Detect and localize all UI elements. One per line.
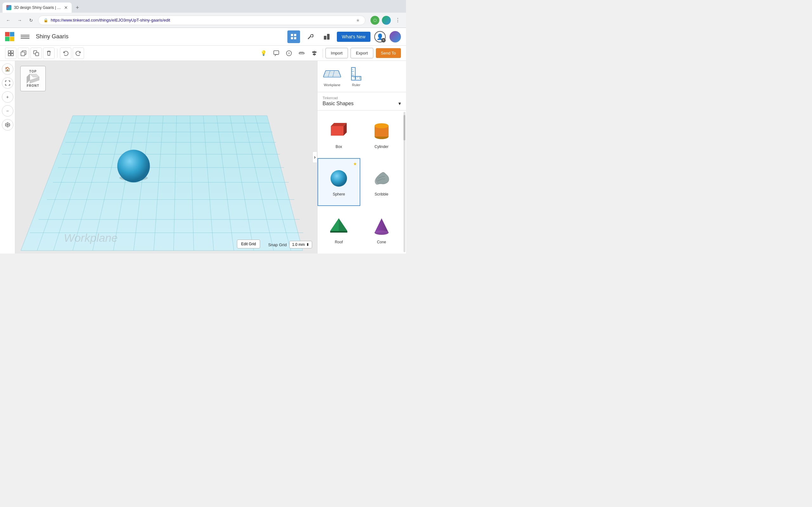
shape-grid: Box Cylinder [317, 111, 403, 253]
svg-rect-8 [8, 54, 10, 56]
left-sidebar: 🏠 + − [0, 61, 15, 253]
lightbulb-button[interactable]: 💡 [258, 48, 269, 59]
redo-button[interactable] [72, 48, 84, 59]
shape-scrollbar[interactable] [403, 111, 406, 253]
new-shape-icon [8, 50, 14, 56]
tab-title: 3D design Shiny Gaaris | Tinker... [14, 5, 61, 10]
svg-rect-18 [312, 52, 316, 53]
shape-roof[interactable]: Roof [317, 206, 360, 253]
profile-icon[interactable] [382, 16, 391, 25]
library-dropdown-button[interactable]: ▾ [398, 101, 401, 107]
refresh-button[interactable]: ↻ [27, 16, 36, 25]
svg-rect-2 [291, 37, 293, 39]
svg-rect-0 [291, 34, 293, 36]
menu-dots-icon[interactable]: ⋮ [393, 16, 402, 25]
panel-expand-button[interactable]: › [312, 152, 317, 163]
sphere-favorite-star[interactable]: ★ [353, 161, 357, 166]
library-category: Tinkercad [322, 96, 401, 100]
logo-cell-green [5, 37, 9, 41]
copy-icon [20, 50, 26, 56]
user-avatar[interactable] [390, 31, 401, 43]
shape-library-header: Tinkercad Basic Shapes ▾ [317, 92, 406, 111]
viewport[interactable]: TOP FRONT [15, 61, 317, 253]
snap-grid-arrows: ⬍ [306, 242, 309, 247]
chat-icon [273, 50, 279, 56]
circle-chat-button[interactable] [283, 48, 295, 59]
snap-grid-selector[interactable]: 1.0 mm ⬍ [289, 241, 312, 248]
edit-grid-button[interactable]: Edit Grid [237, 239, 260, 248]
menu-button[interactable] [20, 32, 30, 41]
cylinder-svg [370, 121, 393, 140]
import-button[interactable]: Import [325, 48, 348, 58]
shape-cylinder[interactable]: Cylinder [360, 111, 403, 158]
back-button[interactable]: ← [4, 16, 13, 25]
home-tool[interactable]: 🏠 [2, 63, 13, 75]
svg-rect-6 [8, 51, 10, 53]
blocks-button[interactable] [320, 31, 333, 43]
shape-box[interactable]: Box [317, 111, 360, 158]
tinkercad-logo [5, 32, 14, 41]
align-button[interactable] [309, 48, 320, 59]
extensions-icon[interactable]: ⬡ [370, 16, 379, 25]
cone-svg [370, 217, 393, 236]
fit-tool[interactable] [2, 77, 13, 89]
ruler-tool[interactable]: Ruler [347, 66, 366, 87]
whats-new-button[interactable]: What's New [337, 32, 370, 42]
zoom-in-tool[interactable]: + [2, 91, 13, 103]
copy-button[interactable] [18, 48, 29, 59]
undo-icon [63, 50, 68, 56]
fit-icon [5, 80, 10, 86]
panel-top-tools: Workplane [317, 61, 406, 92]
circle-chat-icon [286, 50, 292, 56]
action-toolbar: 💡 Impo [0, 46, 406, 61]
project-title[interactable]: Shiny Gaaris [36, 33, 68, 40]
svg-point-79 [374, 123, 389, 128]
address-bar[interactable]: 🔒 https://www.tinkercad.com/things/eIEJO… [38, 15, 365, 25]
svg-rect-16 [299, 53, 304, 54]
workplane-label: Workplane [324, 83, 340, 87]
new-tab-button[interactable]: + [73, 3, 82, 12]
sphere-object[interactable] [117, 150, 150, 182]
cone-label: Cone [377, 240, 386, 244]
svg-rect-7 [11, 51, 13, 53]
ruler-label: Ruler [352, 83, 360, 87]
3d-view-tool[interactable] [2, 119, 13, 130]
box-label: Box [336, 145, 342, 149]
duplicate-button[interactable] [31, 48, 42, 59]
delete-button[interactable] [43, 48, 55, 59]
right-panel: Workplane [317, 61, 406, 253]
wrench-button[interactable] [304, 31, 316, 43]
cone-icon [369, 215, 394, 237]
workplane-tool[interactable]: Workplane [322, 66, 342, 87]
shape-cone[interactable]: Cone [360, 206, 403, 253]
logo-cell-blue [10, 32, 14, 37]
sendto-button[interactable]: Send To [376, 48, 401, 58]
scribble-icon [369, 167, 394, 189]
align-icon [311, 50, 317, 56]
action-right-buttons: Import Export Send To [325, 48, 401, 58]
tab-close-button[interactable]: ✕ [64, 5, 68, 10]
ruler-action-button[interactable] [296, 48, 307, 59]
new-shape-button[interactable] [5, 48, 16, 59]
cube-3d-shape [27, 74, 39, 83]
shape-scribble[interactable]: Scribble [360, 158, 403, 206]
svg-marker-83 [330, 218, 339, 233]
perspective-cube[interactable]: TOP FRONT [20, 66, 46, 91]
workplane-icon-svg [323, 67, 341, 81]
scrollbar-thumb[interactable] [403, 115, 405, 140]
svg-rect-9 [11, 54, 13, 56]
top-toolbar: Shiny Gaaris What's New 👤 + [0, 28, 406, 46]
svg-marker-84 [330, 231, 347, 233]
undo-button[interactable] [60, 48, 71, 59]
chat-button[interactable] [270, 48, 282, 59]
url-text: https://www.tinkercad.com/things/eIEJO3m… [51, 18, 353, 22]
zoom-out-tool[interactable]: − [2, 105, 13, 117]
forward-button[interactable]: → [15, 16, 24, 25]
shape-sphere[interactable]: ★ [317, 158, 360, 206]
grid-view-button[interactable] [287, 31, 300, 43]
snap-grid-value-text: 1.0 mm [292, 242, 305, 247]
export-button[interactable]: Export [351, 48, 373, 58]
active-tab[interactable]: 3D design Shiny Gaaris | Tinker... ✕ [3, 3, 72, 13]
add-user-button[interactable]: 👤 + [374, 31, 386, 43]
svg-rect-11 [21, 52, 25, 56]
